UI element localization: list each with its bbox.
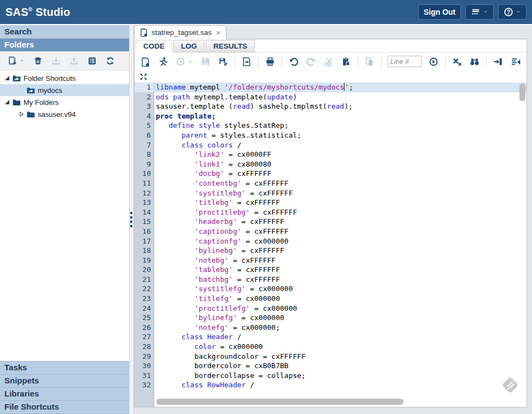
maximize-view-button[interactable] xyxy=(139,72,148,81)
code-line[interactable]: 17 'captionfg' = cx000000 xyxy=(135,236,527,246)
line-number: 1 xyxy=(135,82,154,92)
code-line[interactable]: 18 'bylinebg' = cxFFFFFF xyxy=(135,246,527,256)
close-icon[interactable]: × xyxy=(216,28,221,37)
code-line[interactable]: 29 backgroundcolor = cxFFFFFF xyxy=(135,352,527,362)
accordion-label: Libraries xyxy=(4,389,39,398)
folders-tree: Folder ShortcutsmydocsMy Folderssasuser.… xyxy=(0,70,129,361)
toolbar-separator xyxy=(235,56,235,67)
line-number: 16 xyxy=(135,227,154,236)
upload-button xyxy=(69,56,79,66)
code-line[interactable]: 7 class colors / xyxy=(135,140,527,150)
code-editor[interactable]: 1libname mytempl '/folders/myshortcuts/m… xyxy=(135,82,527,407)
code-line[interactable]: 30 bordercolor = cxB0B7BB xyxy=(135,361,527,371)
code-line[interactable]: 24 'proctitlefg' = cx000000 xyxy=(135,304,527,314)
tab-results[interactable]: RESULTS xyxy=(206,40,255,52)
new-program-button[interactable] xyxy=(141,57,150,67)
code-line[interactable]: 2ods path mytempl.template(update) xyxy=(135,92,527,102)
horizontal-scrollbar[interactable] xyxy=(155,399,519,405)
code-line[interactable]: 27 class Header / xyxy=(135,332,527,342)
sidebar-splitter[interactable] xyxy=(129,25,134,414)
accordion-file-shortcuts[interactable]: File Shortcuts xyxy=(0,401,129,414)
code-line[interactable]: 1libname mytempl '/folders/myshortcuts/m… xyxy=(135,82,527,92)
tree-item-label: sasuser.v94 xyxy=(38,110,75,119)
code-line[interactable]: 6 parent = styles.statistical; xyxy=(135,131,527,140)
line-number-input[interactable] xyxy=(388,56,422,67)
tree-item-my-folders[interactable]: My Folders xyxy=(0,96,129,108)
horizontal-scrollbar-thumb[interactable] xyxy=(156,399,404,405)
expanded-caret-icon xyxy=(3,74,11,82)
accordion-snippets[interactable]: Snippets xyxy=(0,375,129,388)
accordion-folders[interactable]: Folders xyxy=(0,39,129,51)
code-line[interactable]: 19 'notebg' = cxFFFFFF xyxy=(135,256,527,265)
delete-button[interactable] xyxy=(33,56,43,66)
refresh-button[interactable] xyxy=(106,56,115,66)
paste-button[interactable] xyxy=(341,57,351,67)
code-line[interactable]: 16 'captionbg' = cxFFFFFF xyxy=(135,227,527,236)
editor-watermark-icon xyxy=(499,374,521,396)
new-item-button[interactable] xyxy=(8,56,25,66)
program-summary-button[interactable] xyxy=(242,57,252,67)
download-button xyxy=(51,56,61,66)
code-line[interactable]: 28 color = cx000000 xyxy=(135,342,527,352)
code-line[interactable]: 23 'titlefg' = cx000000 xyxy=(135,294,527,304)
undo-button[interactable] xyxy=(289,57,299,67)
format-code-button[interactable] xyxy=(511,57,521,67)
save-as-button[interactable] xyxy=(218,57,228,67)
tab-log[interactable]: LOG xyxy=(173,40,204,52)
tree-item-folder-shortcuts[interactable]: Folder Shortcuts xyxy=(0,72,129,84)
accordion-tasks[interactable]: Tasks xyxy=(0,362,129,375)
accordion-libraries[interactable]: Libraries xyxy=(0,388,129,401)
code-line[interactable]: 5 define style styles.StatRep; xyxy=(135,121,527,131)
code-line[interactable]: 9 'link1' = cx800080 xyxy=(135,159,527,169)
code-line[interactable]: 31 bordercollapse = collapse; xyxy=(135,371,527,381)
vertical-scrollbar-thumb[interactable] xyxy=(519,84,525,101)
code-line[interactable]: 14 'proctitlebg' = cxFFFFFF xyxy=(135,208,527,217)
tree-item-sasuser-v94[interactable]: sasuser.v94 xyxy=(0,108,129,120)
go-to-line-button[interactable] xyxy=(429,57,439,67)
accordion-label: File Shortcuts xyxy=(4,402,59,411)
vertical-scrollbar[interactable] xyxy=(519,84,525,396)
sign-out-button[interactable]: Sign Out xyxy=(418,4,461,20)
find-replace-button[interactable] xyxy=(470,57,480,67)
code-line[interactable]: 13 'titlebg' = cxFFFFFF xyxy=(135,198,527,208)
tab-code[interactable]: CODE xyxy=(136,40,172,52)
code-line[interactable]: 26 'notefg' = cx000000; xyxy=(135,323,527,333)
accordion-search[interactable]: Search xyxy=(0,25,129,39)
indent-button[interactable] xyxy=(493,57,503,67)
clear-code-button[interactable] xyxy=(452,57,462,67)
redo-icon xyxy=(306,57,316,67)
code-line[interactable]: 21 'batchbg' = cxFFFFFF xyxy=(135,275,527,285)
document-tab[interactable]: statrep_tagset.sas × xyxy=(134,25,226,39)
code-line[interactable]: 22 'systitlefg' = cx000000 xyxy=(135,284,527,294)
code-line[interactable]: 25 'bylinefg' = cx000000 xyxy=(135,313,527,323)
code-line[interactable]: 32 class RowHeader / xyxy=(135,380,527,390)
toolbar-separator xyxy=(381,56,382,67)
document-tab-label: statrep_tagset.sas xyxy=(151,28,212,37)
help-icon xyxy=(504,7,513,17)
editor-toolbar xyxy=(135,52,527,70)
code-line[interactable]: 15 'headerbg' = cxFFFFFF xyxy=(135,217,527,227)
code-line[interactable]: 20 'tablebg' = cxFFFFFF xyxy=(135,265,527,275)
code-line[interactable]: 4proc template; xyxy=(135,111,527,121)
sidebar-accordion: TasksSnippetsLibrariesFile Shortcuts xyxy=(0,361,129,414)
editor-toolbar-row2 xyxy=(135,70,527,82)
tree-item-mydocs[interactable]: mydocs xyxy=(0,84,129,96)
upload-icon xyxy=(69,56,79,66)
cut-icon xyxy=(324,57,334,67)
dropdown-caret-icon xyxy=(19,58,25,63)
code-line[interactable]: 8 'link2' = cx0000FF xyxy=(135,150,527,159)
code-line[interactable]: 12 'systitlebg' = cxFFFFFF xyxy=(135,188,527,198)
line-number: 25 xyxy=(135,313,154,323)
apps-menu-button[interactable] xyxy=(465,4,494,20)
run-button[interactable] xyxy=(158,57,168,67)
save-as-icon xyxy=(218,57,228,67)
help-button[interactable] xyxy=(498,4,527,20)
properties-button[interactable] xyxy=(87,56,97,66)
line-number: 6 xyxy=(135,131,154,140)
code-line[interactable]: 10 'docbg' = cxFFFFFF xyxy=(135,169,527,179)
print-button[interactable] xyxy=(265,57,275,67)
code-line[interactable]: 3sasuser.template (read) sashelp.tmplmst… xyxy=(135,102,527,111)
line-number: 10 xyxy=(135,169,154,179)
code-line[interactable]: 11 'contentbg' = cxFFFFFF xyxy=(135,179,527,188)
folder-icon xyxy=(12,98,21,107)
